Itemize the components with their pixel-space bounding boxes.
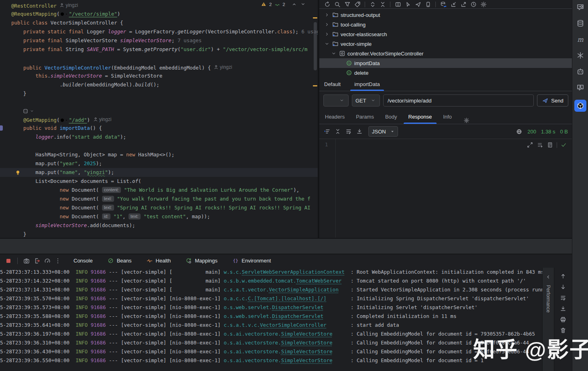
chevron-right-icon[interactable]: [324, 32, 330, 37]
scroll-end-icon[interactable]: [560, 305, 567, 312]
wrap-icon[interactable]: [345, 128, 352, 135]
chevron-down-icon[interactable]: [324, 41, 330, 46]
code-lines[interactable]: @RestController yingzi@RequestMapping("/…: [0, 1, 318, 238]
code-line[interactable]: @RequestMapping("/vector/simple"): [0, 10, 318, 18]
view-tab-Headers[interactable]: Headers: [325, 114, 345, 124]
robot-icon[interactable]: [576, 68, 584, 76]
chat-person-icon[interactable]: [576, 84, 584, 92]
view-tab-Params[interactable]: Params: [356, 114, 374, 124]
tree-item-tool-calling[interactable]: tool-calling: [319, 20, 572, 29]
chevron-right-icon[interactable]: [324, 12, 330, 17]
view-tab-Info[interactable]: Info: [443, 114, 452, 124]
print-icon[interactable]: [560, 316, 567, 323]
code-author-annotation[interactable]: yingzi: [93, 115, 112, 124]
send-button[interactable]: Send: [537, 94, 568, 107]
intention-bulb-icon[interactable]: [14, 169, 21, 176]
settings-icon[interactable]: [463, 117, 470, 124]
chev-down-icon[interactable]: [300, 1, 306, 8]
request-tab-Default[interactable]: Default: [324, 81, 341, 91]
ai-actions-icon[interactable]: [23, 109, 28, 114]
performance-tab[interactable]: Performance: [545, 285, 551, 313]
history-icon[interactable]: [470, 1, 477, 8]
response-editor[interactable]: 1: [319, 139, 572, 238]
refresh-icon[interactable]: [324, 1, 331, 8]
cursor-icon[interactable]: [404, 1, 411, 8]
url-globe-inlay[interactable]: [60, 12, 68, 16]
tag-icon[interactable]: [354, 1, 361, 8]
collapse-all-icon[interactable]: [379, 1, 386, 8]
inspections-widget[interactable]: 22: [260, 1, 306, 8]
code-line[interactable]: [0, 141, 318, 150]
code-editor[interactable]: @RestController yingzi@RequestMapping("/…: [0, 0, 318, 238]
endpoint-inlay[interactable]: [0, 107, 318, 115]
code-line[interactable]: [0, 98, 318, 107]
tree-item-importData[interactable]: GimportData: [319, 58, 572, 68]
code-line[interactable]: logger.info("start add data");: [0, 133, 318, 141]
format-icon[interactable]: [323, 128, 330, 135]
code-line[interactable]: public void importData() {: [0, 124, 318, 133]
maven-m-icon[interactable]: m: [576, 35, 584, 43]
view-tab-Body[interactable]: Body: [385, 114, 397, 124]
wrap-icon[interactable]: [560, 294, 567, 301]
download-icon[interactable]: [356, 128, 363, 135]
code-line[interactable]: .builder(embeddingModel).build();: [0, 80, 318, 89]
gauge-icon[interactable]: [44, 257, 51, 264]
check-icon[interactable]: [560, 141, 567, 148]
cube-tool-button[interactable]: [574, 100, 586, 112]
expand-diag-icon[interactable]: [527, 141, 533, 148]
tree-item-structured-output[interactable]: structured-output: [319, 10, 572, 20]
typo-icon[interactable]: [274, 1, 281, 8]
chevron-right-icon[interactable]: [324, 22, 330, 27]
spring-icon[interactable]: [576, 51, 584, 59]
tab-Environment[interactable]: {}Environment: [232, 254, 271, 267]
collapse-left-icon[interactable]: [545, 273, 552, 280]
request-tab-importData[interactable]: importData: [354, 81, 380, 91]
code-line[interactable]: private static final Logger logger = Log…: [0, 27, 318, 36]
code-line[interactable]: }: [0, 230, 318, 238]
code-line[interactable]: new Document( text: "You walk forward fa…: [0, 195, 318, 203]
exit-icon[interactable]: [34, 257, 41, 264]
code-line[interactable]: HashMap<String, Object> map = new HashMa…: [0, 150, 318, 159]
tab-Console[interactable]: Console: [74, 254, 93, 267]
device-icon[interactable]: [425, 1, 431, 8]
url-input[interactable]: /vector/simple/add: [383, 94, 534, 107]
export-icon[interactable]: [460, 1, 467, 8]
more-v-icon[interactable]: [55, 257, 61, 264]
settings-icon[interactable]: [480, 1, 487, 8]
tree-item-vector-simple[interactable]: vector-simple: [319, 39, 572, 49]
code-line[interactable]: private final SimpleVectorStore simpleVe…: [0, 36, 318, 45]
tab-Beans[interactable]: Beans: [107, 254, 132, 267]
code-line[interactable]: List<Document> documents = List.of(: [0, 177, 318, 186]
collapse-v-icon[interactable]: [334, 128, 341, 135]
doc-icon[interactable]: [547, 141, 553, 148]
code-line[interactable]: private final String SAVE_PATH = System.…: [0, 45, 318, 54]
navigate-icon[interactable]: [414, 1, 421, 8]
import-icon[interactable]: [450, 1, 457, 8]
code-line[interactable]: new Document( id: "1", text: "test conte…: [0, 212, 318, 221]
filter-icon[interactable]: [344, 1, 351, 8]
scrollbar-thumb[interactable]: [314, 22, 317, 70]
code-line[interactable]: map.put("name", "yingzi");: [0, 168, 318, 177]
url-globe-inlay[interactable]: [60, 118, 68, 123]
code-line[interactable]: public VectorSimpleController(EmbeddingM…: [0, 63, 318, 72]
split-icon[interactable]: [394, 1, 401, 8]
down-icon[interactable]: [560, 283, 567, 290]
gutter-marker[interactable]: [0, 125, 3, 131]
camera-icon[interactable]: [23, 257, 30, 264]
up-icon[interactable]: [560, 273, 567, 279]
ai-chat-icon[interactable]: [576, 3, 584, 11]
tab-Mappings[interactable]: Mappings: [185, 254, 217, 267]
code-line[interactable]: new Document( text: "Spring AI rocks!! S…: [0, 203, 318, 212]
code-line[interactable]: map.put("year", 2025);: [0, 159, 318, 168]
format-select[interactable]: JSON: [368, 126, 398, 137]
code-line[interactable]: new Document( content: "The World is Big…: [0, 186, 318, 195]
tree-item-delete[interactable]: Gdelete: [319, 68, 572, 78]
db2-icon[interactable]: [576, 19, 584, 27]
code-line[interactable]: [0, 54, 318, 63]
stop-icon[interactable]: [5, 257, 12, 264]
lines-add-icon[interactable]: [537, 141, 543, 148]
search-icon[interactable]: [334, 1, 341, 8]
chev-up-icon[interactable]: [291, 1, 298, 8]
code-line[interactable]: }: [0, 89, 318, 98]
db-sync-icon[interactable]: [440, 1, 447, 8]
